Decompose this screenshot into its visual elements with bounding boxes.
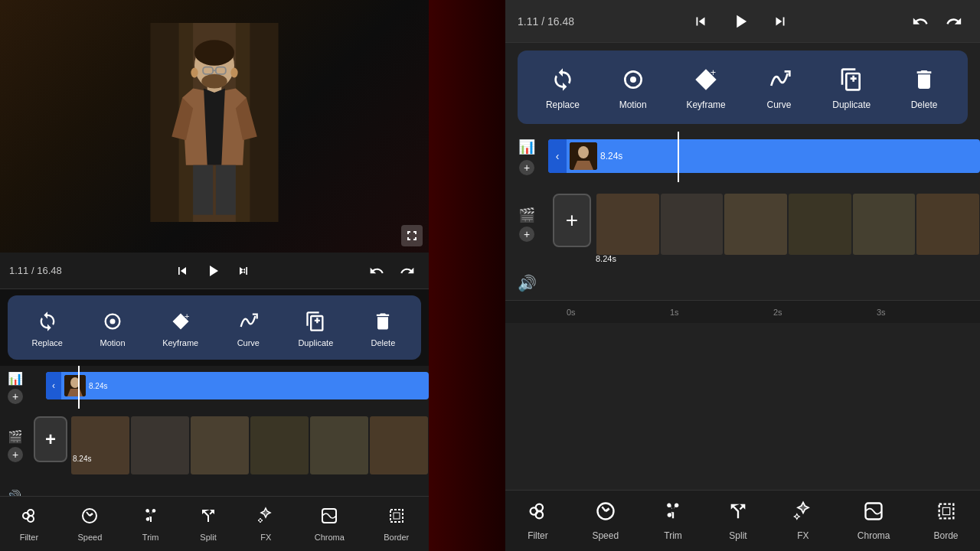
right-trim-tool[interactable]: Trim [655, 497, 691, 544]
right-curve-tool[interactable]: Curve [756, 60, 802, 115]
chroma-tool-bottom[interactable]: Chroma [309, 504, 351, 545]
border-tool-bottom[interactable]: Border [377, 504, 415, 545]
svg-point-4 [194, 40, 234, 65]
broll-thumb-1 [71, 416, 129, 474]
add-video-track-button[interactable]: + [8, 389, 23, 404]
right-time-display: 1.11 / 16.48 [518, 15, 574, 28]
svg-point-15 [110, 319, 116, 324]
replace-tool[interactable]: Replace [26, 305, 69, 350]
right-filter-tool[interactable]: Filter [519, 497, 556, 544]
trim-tool-bottom[interactable]: Trim [136, 504, 166, 545]
duplicate-tool[interactable]: Duplicate [292, 305, 339, 350]
delete-tool[interactable]: Delete [363, 305, 403, 350]
right-duplicate-tool[interactable]: Duplicate [825, 60, 878, 115]
speed-icon [80, 507, 99, 530]
left-clip-arrow: ‹ [46, 372, 61, 399]
right-clip-time: 8.24s [600, 151, 622, 161]
right-speed-tool[interactable]: Speed [584, 497, 626, 544]
right-broll-thumb-1 [596, 194, 659, 255]
replace-icon [34, 308, 61, 335]
right-broll-add-button[interactable]: + [553, 194, 591, 247]
right-split-tool[interactable]: Split [720, 497, 756, 544]
svg-rect-24 [390, 510, 403, 522]
chroma-icon [320, 507, 338, 530]
svg-point-10 [191, 68, 198, 78]
right-chroma-tool[interactable]: Chroma [850, 497, 898, 544]
delete-label: Delete [371, 338, 395, 347]
split-icon [199, 507, 217, 530]
right-undo-button[interactable] [906, 8, 934, 35]
right-replace-icon [547, 64, 578, 95]
right-video-track: ‹ 8.24s [548, 132, 980, 182]
fullscreen-button[interactable] [401, 225, 423, 246]
broll-thumb-5 [310, 416, 368, 474]
filter-tool-bottom[interactable]: Filter [14, 504, 44, 545]
left-audio-track-row: 🔊 [0, 482, 429, 496]
right-keyframe-label: Keyframe [686, 99, 725, 110]
svg-rect-36 [939, 504, 953, 519]
right-curve-label: Curve [767, 99, 792, 110]
filter-label: Filter [20, 533, 38, 542]
fx-icon [256, 507, 275, 530]
right-clip-thumbnail [570, 142, 597, 170]
left-bottom-toolbar: Filter Speed Trim Split FX [0, 496, 429, 551]
right-duration-label: 8.24s [596, 254, 616, 263]
right-broll-thumb-6 [916, 194, 979, 255]
motion-tool[interactable]: Motion [93, 305, 132, 350]
left-broll-controls: 🎬 + [0, 429, 31, 462]
left-video-track-row: 📊 + ‹ 8.24s [0, 366, 429, 409]
right-add-video-button[interactable]: + [519, 160, 534, 175]
svg-text:+: + [710, 67, 716, 78]
split-tool-bottom[interactable]: Split [193, 504, 224, 545]
right-play-button[interactable] [724, 5, 757, 38]
right-delete-tool[interactable]: Delete [901, 60, 947, 115]
add-broll-button[interactable]: + [34, 416, 67, 462]
left-playback-bar: 1.11 / 16.48 [0, 253, 429, 289]
left-clip-thumbnail [64, 375, 86, 396]
right-keyframe-tool[interactable]: + Keyframe [678, 60, 733, 115]
broll-thumb-2 [131, 416, 189, 474]
left-panel: 1.11 / 16.48 [0, 0, 429, 551]
right-border-tool[interactable]: Borde [926, 497, 965, 544]
trim-label: Trim [142, 533, 159, 542]
right-playback-bar: 1.11 / 16.48 [505, 0, 980, 43]
right-motion-icon [618, 64, 648, 95]
curve-tool[interactable]: Curve [228, 305, 268, 350]
curve-label: Curve [237, 338, 260, 347]
duplicate-icon [302, 308, 329, 335]
left-playback-controls [71, 259, 355, 283]
right-redo-button[interactable] [940, 8, 968, 35]
keyframe-tool[interactable]: + Keyframe [156, 305, 204, 350]
speed-tool-bottom[interactable]: Speed [71, 504, 108, 545]
skip-forward-button[interactable] [231, 259, 256, 283]
filter-icon [20, 507, 38, 530]
right-delete-icon [909, 64, 939, 95]
svg-rect-12 [193, 165, 213, 215]
fx-tool-bottom[interactable]: FX [250, 504, 281, 545]
right-fx-label: FX [797, 530, 808, 541]
right-filter-label: Filter [528, 530, 548, 541]
replace-label: Replace [32, 338, 63, 347]
right-add-broll-button[interactable]: + [519, 227, 534, 242]
right-replace-tool[interactable]: Replace [538, 60, 587, 115]
left-playhead [78, 366, 80, 409]
right-skip-forward-button[interactable] [766, 8, 794, 35]
right-skip-back-button[interactable] [687, 8, 714, 35]
skip-back-button[interactable] [170, 259, 194, 283]
add-broll-track-button[interactable]: + [8, 447, 23, 462]
speed-label: Speed [77, 533, 102, 542]
svg-point-33 [536, 511, 543, 518]
left-track-controls: 📊 + [0, 371, 31, 404]
right-broll-thumbs [596, 182, 980, 266]
right-video-track-row: 📊 + ‹ 8.24s [505, 132, 980, 182]
svg-point-27 [630, 77, 636, 83]
right-timeline: 📊 + ‹ 8.24s 🎬 + + [505, 132, 980, 490]
svg-text:+: + [184, 311, 189, 321]
right-fx-tool[interactable]: FX [785, 497, 822, 544]
undo-button[interactable] [364, 259, 389, 283]
dark-side-left [429, 0, 505, 551]
right-motion-tool[interactable]: Motion [610, 60, 656, 115]
person-figure [145, 23, 283, 222]
redo-button[interactable] [395, 259, 420, 283]
play-button[interactable] [201, 259, 225, 283]
